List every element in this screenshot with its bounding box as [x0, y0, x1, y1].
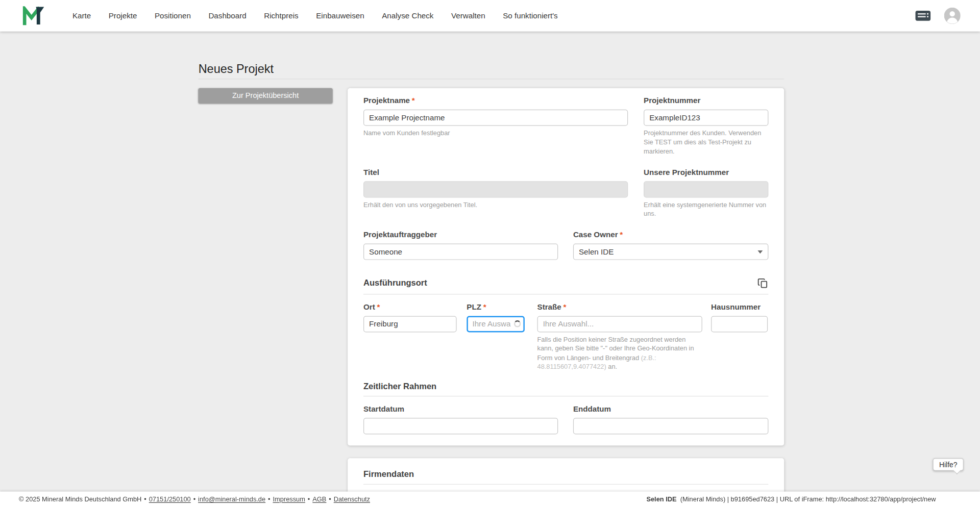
unsere-projektnummer-field: Unsere Projektnummer Erhält eine systemg…	[644, 167, 768, 219]
footer-agb-link[interactable]: AGB	[312, 496, 326, 503]
projektname-input[interactable]	[363, 110, 628, 126]
enddatum-input[interactable]	[573, 418, 769, 435]
page-title: Neues Projekt	[199, 61, 785, 78]
footer-email-link[interactable]: info@mineral-minds.de	[198, 496, 265, 503]
projektname-label: Projektname *	[363, 96, 628, 106]
mineral-minds-logo[interactable]	[22, 6, 44, 25]
separator: •	[193, 496, 195, 503]
nav-item-richtpreis[interactable]: Richtpreis	[264, 11, 298, 20]
footer-left: © 2025 Mineral Minds Deutschland GmbH • …	[19, 496, 370, 503]
separator: •	[268, 496, 270, 503]
separator: •	[329, 496, 331, 503]
footer-session-info: (Mineral Minds) | b91695ed7623 | URL of …	[680, 496, 936, 503]
titel-field: Titel Erhält den von uns vorgegebenen Ti…	[363, 167, 628, 219]
section-divider	[363, 396, 768, 396]
form-row-1: Projektname * Name vom Kunden festlegbar…	[363, 96, 768, 157]
footer-user-name: Selen IDE	[646, 496, 676, 503]
footer-phone-link[interactable]: 07151/250100	[149, 496, 191, 503]
logo-icon	[22, 6, 44, 25]
left-column: Zur Projektübersicht	[199, 88, 333, 104]
content-row: Zur Projektübersicht Projektname * Name …	[199, 88, 785, 446]
startdatum-input[interactable]	[363, 418, 558, 435]
plz-label: PLZ *	[467, 302, 525, 312]
main-nav: Karte Projekte Positionen Dashboard Rich…	[72, 11, 558, 20]
form-row-4: Ort * PLZ *	[363, 302, 768, 371]
titel-helper: Erhält den von uns vorgegebenen Titel.	[363, 201, 628, 210]
strasse-label-text: Straße	[537, 302, 561, 312]
hausnummer-label: Hausnummer	[711, 302, 768, 312]
project-form-card: Projektname * Name vom Kunden festlegbar…	[348, 88, 784, 446]
hausnummer-label-text: Hausnummer	[711, 302, 761, 312]
back-to-projects-button[interactable]: Zur Projektübersicht	[199, 88, 333, 104]
projektname-field: Projektname * Name vom Kunden festlegbar	[363, 96, 628, 157]
footer-datenschutz-link[interactable]: Datenschutz	[334, 496, 370, 503]
nav-item-analyse-check[interactable]: Analyse Check	[382, 11, 433, 20]
titel-label-text: Titel	[363, 167, 379, 178]
section-divider	[363, 294, 768, 294]
zeitlicher-rahmen-section-header: Zeitlicher Rahmen	[363, 382, 768, 391]
app-viewport: Karte Projekte Positionen Dashboard Rich…	[0, 0, 980, 507]
ort-input[interactable]	[363, 316, 457, 332]
separator: •	[144, 496, 146, 503]
topbar-right-icons	[915, 8, 961, 24]
startdatum-label-text: Startdatum	[363, 404, 404, 414]
enddatum-field: Enddatum	[573, 404, 769, 434]
server-icon[interactable]	[915, 10, 931, 21]
enddatum-label-text: Enddatum	[573, 404, 611, 414]
section-divider	[363, 484, 768, 485]
nav-item-verwalten[interactable]: Verwalten	[451, 11, 485, 20]
projektauftraggeber-label: Projektauftraggeber	[363, 230, 558, 240]
titel-input	[363, 181, 628, 197]
projektname-helper: Name vom Kunden festlegbar	[363, 129, 628, 138]
title-divider	[199, 79, 785, 79]
enddatum-label: Enddatum	[573, 404, 769, 414]
separator: •	[308, 496, 310, 503]
required-asterisk: *	[377, 302, 380, 312]
strasse-input[interactable]	[537, 316, 702, 332]
avatar[interactable]	[944, 8, 961, 24]
projektnummer-label-text: Projektnummer	[644, 96, 700, 106]
projektnummer-input[interactable]	[644, 110, 768, 126]
form-row-2: Titel Erhält den von uns vorgegebenen Ti…	[363, 167, 768, 219]
footer-session: Selen IDE (Mineral Minds) | b91695ed7623…	[646, 496, 936, 503]
unsere-projektnummer-label: Unsere Projektnummer	[644, 167, 768, 178]
nav-item-einbauweisen[interactable]: Einbauweisen	[316, 11, 364, 20]
form-row-3: Projektauftraggeber Case Owner * Selen I…	[363, 230, 768, 260]
nav-item-so-funktionierts[interactable]: So funktioniert's	[503, 11, 557, 20]
ort-field: Ort *	[363, 302, 457, 371]
footer: © 2025 Mineral Minds Deutschland GmbH • …	[0, 492, 980, 507]
copy-icon[interactable]	[757, 277, 768, 289]
required-asterisk: *	[483, 302, 486, 312]
case-owner-label-text: Case Owner	[573, 230, 618, 240]
plz-input-wrap	[467, 316, 525, 332]
hausnummer-input[interactable]	[711, 316, 768, 332]
required-asterisk: *	[412, 96, 415, 106]
projektauftraggeber-label-text: Projektauftraggeber	[363, 230, 437, 240]
projektauftraggeber-input[interactable]	[363, 243, 558, 260]
projektnummer-label: Projektnummer	[644, 96, 768, 106]
chevron-down-icon	[757, 250, 763, 253]
ausfuehrungsort-section-header: Ausführungsort	[363, 277, 768, 289]
unsere-projektnummer-input	[644, 181, 768, 197]
nav-item-karte[interactable]: Karte	[72, 11, 91, 20]
unsere-projektnummer-helper: Erhält eine systemgenerierte Nummer von …	[644, 201, 768, 219]
main-content: Neues Projekt Zur Projektübersicht Proje…	[0, 32, 980, 507]
section-title-ausfuehrungsort: Ausführungsort	[363, 278, 427, 288]
ort-label-text: Ort	[363, 302, 375, 312]
section-title-zeitlicher-rahmen: Zeitlicher Rahmen	[363, 382, 436, 391]
startdatum-field: Startdatum	[363, 404, 558, 434]
footer-impressum-link[interactable]: Impressum	[273, 496, 305, 503]
nav-item-dashboard[interactable]: Dashboard	[208, 11, 246, 20]
projektnummer-field: Projektnummer Projektnummer des Kunden. …	[644, 96, 768, 157]
section-title-firmendaten: Firmendaten	[363, 470, 768, 479]
strasse-helper: Falls die Position keiner Straße zugeord…	[537, 335, 702, 371]
help-button[interactable]: Hilfe?	[933, 458, 964, 471]
strasse-helper-suffix: an.	[606, 363, 617, 370]
case-owner-label: Case Owner *	[573, 230, 769, 240]
nav-item-positionen[interactable]: Positionen	[155, 11, 191, 20]
top-navigation-bar: Karte Projekte Positionen Dashboard Rich…	[0, 0, 980, 32]
case-owner-value: Selen IDE	[579, 247, 614, 256]
strasse-helper-main: Falls die Position keiner Straße zugeord…	[537, 336, 694, 361]
case-owner-select[interactable]: Selen IDE	[573, 243, 769, 260]
nav-item-projekte[interactable]: Projekte	[109, 11, 137, 20]
